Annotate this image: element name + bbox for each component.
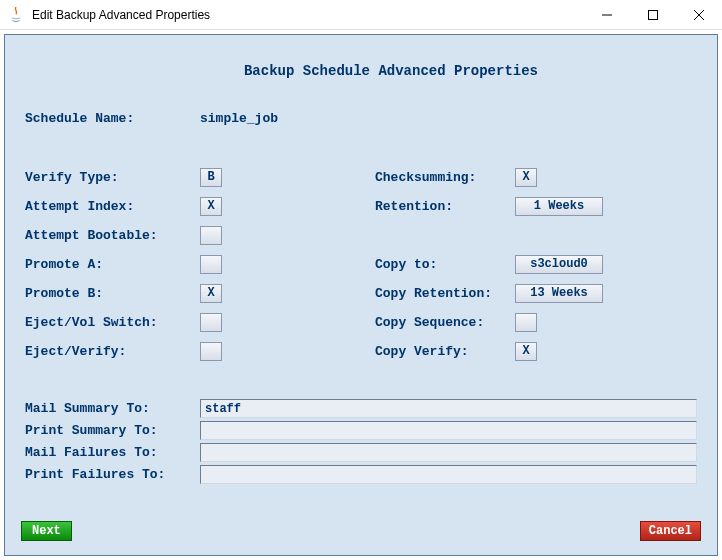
java-icon: [8, 7, 24, 23]
mail-failures-label: Mail Failures To:: [25, 445, 200, 460]
copy-verify-label: Copy Verify:: [375, 344, 515, 359]
cancel-button[interactable]: Cancel: [640, 521, 701, 541]
attempt-index-label: Attempt Index:: [25, 199, 200, 214]
promote-a-button[interactable]: [200, 255, 222, 274]
schedule-name-value: simple_job: [200, 111, 278, 126]
copy-verify-button[interactable]: X: [515, 342, 537, 361]
promote-a-label: Promote A:: [25, 257, 200, 272]
mail-summary-input[interactable]: [200, 399, 697, 418]
mail-summary-label: Mail Summary To:: [25, 401, 200, 416]
print-summary-label: Print Summary To:: [25, 423, 200, 438]
titlebar: Edit Backup Advanced Properties: [0, 0, 722, 30]
copy-to-label: Copy to:: [375, 257, 515, 272]
retention-label: Retention:: [375, 199, 515, 214]
eject-verify-label: Eject/Verify:: [25, 344, 200, 359]
verify-type-label: Verify Type:: [25, 170, 200, 185]
print-failures-label: Print Failures To:: [25, 467, 200, 482]
checksumming-button[interactable]: X: [515, 168, 537, 187]
verify-type-button[interactable]: B: [200, 168, 222, 187]
eject-vol-switch-label: Eject/Vol Switch:: [25, 315, 200, 330]
svg-rect-1: [649, 10, 658, 19]
copy-sequence-label: Copy Sequence:: [375, 315, 515, 330]
main-panel: Backup Schedule Advanced Properties Sche…: [4, 34, 718, 556]
window-title: Edit Backup Advanced Properties: [32, 8, 584, 22]
minimize-button[interactable]: [584, 0, 630, 30]
promote-b-label: Promote B:: [25, 286, 200, 301]
page-heading: Backup Schedule Advanced Properties: [85, 63, 697, 79]
schedule-name-label: Schedule Name:: [25, 111, 200, 126]
eject-vol-switch-button[interactable]: [200, 313, 222, 332]
eject-verify-button[interactable]: [200, 342, 222, 361]
copy-to-button[interactable]: s3cloud0: [515, 255, 603, 274]
copy-retention-button[interactable]: 13 Weeks: [515, 284, 603, 303]
close-button[interactable]: [676, 0, 722, 30]
next-button[interactable]: Next: [21, 521, 72, 541]
attempt-index-button[interactable]: X: [200, 197, 222, 216]
attempt-bootable-button[interactable]: [200, 226, 222, 245]
maximize-button[interactable]: [630, 0, 676, 30]
print-summary-input[interactable]: [200, 421, 697, 440]
attempt-bootable-label: Attempt Bootable:: [25, 228, 200, 243]
copy-sequence-button[interactable]: [515, 313, 537, 332]
retention-button[interactable]: 1 Weeks: [515, 197, 603, 216]
copy-retention-label: Copy Retention:: [375, 286, 515, 301]
mail-failures-input[interactable]: [200, 443, 697, 462]
checksumming-label: Checksumming:: [375, 170, 515, 185]
window-controls: [584, 0, 722, 30]
promote-b-button[interactable]: X: [200, 284, 222, 303]
print-failures-input[interactable]: [200, 465, 697, 484]
